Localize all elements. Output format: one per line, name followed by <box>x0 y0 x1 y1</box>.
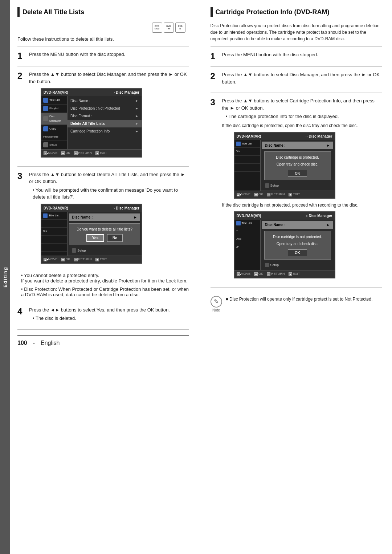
step-3-bullet: You will be prompted with the confirmati… <box>29 187 189 201</box>
left-step-1: 1 Press the MENU button with the disc st… <box>17 51 189 60</box>
step-1-text: Press the MENU button with the disc stop… <box>29 51 189 58</box>
menu-cartridge-protection: Cartridge Protection Info ► <box>68 127 142 135</box>
dvd-ui-2-header-left: DVD-RAM(VR) <box>44 205 68 211</box>
dialog-setup-icon <box>72 248 76 253</box>
note-text: ■ Disc Protection will operate only if c… <box>226 296 373 302</box>
right-section-title: Cartridge Protection Info (DVD-RAM) <box>216 8 330 16</box>
step-4-text: Press the ◄► buttons to select Yes, and … <box>29 306 189 314</box>
not-protected-note: If the disc cartridge is not protected, … <box>222 202 382 208</box>
right-column: Cartridge Protection Info (DVD-RAM) Disc… <box>209 7 382 547</box>
sidebar-label: Editing <box>3 266 8 288</box>
dvd4-title-list: Title List <box>234 220 260 227</box>
delete-confirmation-box: Do you want to delete all title lists? Y… <box>69 223 140 245</box>
page-language-label: - <box>33 340 35 346</box>
disc-manager-icon <box>43 116 48 121</box>
note-label: Note <box>212 308 220 312</box>
separator-1 <box>17 46 189 46</box>
dvd-rw-icon: DVDRW <box>164 23 174 33</box>
dialog-setup-row: Setup <box>69 247 140 254</box>
dvd3-ok-button[interactable]: OK <box>288 170 307 177</box>
two-columns: Delete All Title Lists DVDRAM DVDRW DVDR… <box>17 7 382 547</box>
dvd-ui-2-content: Title List Dis <box>41 212 142 256</box>
step-number-4: 4 <box>17 307 25 316</box>
page-language: English <box>41 340 60 346</box>
right-step-number-1: 1 <box>211 52 219 61</box>
separator-5 <box>17 329 189 330</box>
step-4-content: Press the ◄► buttons to select Yes, and … <box>29 306 189 323</box>
page-number: 100 <box>17 340 27 346</box>
dvd-ui-screenshot-4: DVD-RAM(VR) ○ Disc Manager Title List <box>234 211 335 278</box>
dvd-ui-1-header-left: DVD-RAM(VR) <box>44 90 68 95</box>
right-step-1-content: Press the MENU button with the disc stop… <box>222 51 382 60</box>
dvd-ui-1-sidebar: Title List Playlist Disc Manager <box>41 96 68 149</box>
dvd-ui-2-sidebar: Title List Dis <box>41 212 68 256</box>
dvd-ui-4-content: Title List P Disc JP <box>234 220 335 270</box>
note-icon-area: ✎ Note <box>211 296 222 312</box>
dialog-buttons: Yes No <box>73 234 136 242</box>
dvd-ui-1-main: Disc Name : ► Disc Protection : Not Prot… <box>68 96 142 149</box>
dvd3-protected-line2: Open tray and check disc. <box>268 162 328 167</box>
left-step-2: 2 Press the ▲▼ buttons to select Disc Ma… <box>17 71 189 160</box>
menu-delete-all: Delete All Title Lists ► <box>68 120 142 127</box>
right-step-3-content: Press the ▲▼ buttons to select Cartridge… <box>222 97 382 281</box>
right-step-1: 1 Press the MENU button with the disc st… <box>211 51 382 61</box>
sidebar-item-setup: Setup <box>41 141 67 149</box>
menu-disc-name: Disc Name : ► <box>68 97 142 105</box>
right-separator-4 <box>211 287 382 288</box>
sidebar-editing-tab: Editing <box>0 0 10 554</box>
dvd-ui-2-footer: ▲▼MOVE ■OK ↩RETURN ■EXIT <box>41 256 142 263</box>
dialog-text: Do you want to delete all title lists? <box>73 227 136 232</box>
right-step-3: 3 Press the ▲▼ buttons to select Cartrid… <box>211 97 382 281</box>
dvd-ui-1-body: Title List Playlist Disc Manager <box>41 96 142 149</box>
right-intro: Disc Protection allows you to protect di… <box>211 23 382 42</box>
dvd4-setup-row: Setup <box>262 262 333 269</box>
dvd-ui-3-footer: ▲▼MOVE ■OK ↩RETURN ■EXIT <box>234 191 335 198</box>
dvd-ui-4-dialog-main: Disc Name : ► Disc cartridge is not prot… <box>261 220 335 270</box>
dvd-ui-1-header-right: ○ Disc Manager <box>113 90 139 95</box>
dvd-ui-screenshot-3: DVD-RAM(VR) ○ Disc Manager Title List <box>234 132 335 199</box>
dvd4-ok-button[interactable]: OK <box>288 249 307 256</box>
setup-icon <box>43 142 48 147</box>
yes-button[interactable]: Yes <box>86 234 104 242</box>
dvd-ui-4-header: DVD-RAM(VR) ○ Disc Manager <box>234 212 335 220</box>
right-step-number-2: 2 <box>211 72 219 81</box>
dvd3-setup-icon <box>265 183 269 188</box>
dvd-ui-2-dialog-main: Disc Name : ► Do you want to delete all … <box>68 212 142 256</box>
dvd-ui-1-header: DVD-RAM(VR) ○ Disc Manager <box>41 89 142 96</box>
right-header-bar <box>211 7 213 17</box>
note-text-1: ■ Disc Protection will operate only if c… <box>226 296 373 302</box>
right-step-number-3: 3 <box>211 98 219 107</box>
separator-4 <box>17 302 189 302</box>
dvd-ui-1-footer: ▲▼MOVE ■OK ↩RETURN ■EXIT <box>41 149 142 157</box>
sidebar-item-disc-manager: Disc Manager <box>41 113 67 125</box>
step-4-bullet: The disc is deleted. <box>29 315 189 322</box>
dvd4-setup-icon <box>265 263 269 267</box>
step-2-text: Press the ▲▼ buttons to select Disc Mana… <box>29 71 189 85</box>
dvd3-disc-name-row: Disc Name : ► <box>262 142 333 149</box>
dvd-ram-icon: DVDRAM <box>152 23 162 33</box>
right-step-3-bullet1: The cartridge protection info for the di… <box>222 113 382 120</box>
dvd4-protected-line2: Open tray and check disc. <box>268 241 328 247</box>
dvd3-title-list: Title List <box>234 140 260 148</box>
dvd4-protected-line1: Disc cartridge is not protected. <box>268 234 328 240</box>
title-list-icon <box>43 98 48 103</box>
menu-disc-protection: Disc Protection : Not Protected ► <box>68 105 142 112</box>
disc-name-row: Disc Name : ► <box>69 213 140 221</box>
dvd-ui-2-header: DVD-RAM(VR) ○ Disc Manager <box>41 204 142 212</box>
right-step-3-note2: If the disc cartridge is protected, open… <box>222 122 382 129</box>
left-column: Delete All Title Lists DVDRAM DVDRW DVDR… <box>17 7 198 547</box>
dvd-ui-3-dialog-main: Disc Name : ► Disc cartridge is protecte… <box>261 140 335 191</box>
header-bar <box>17 7 20 17</box>
separator-2 <box>17 66 189 66</box>
right-step-2-text: Press the ▲▼ buttons to select Disc Mana… <box>222 71 382 85</box>
no-button[interactable]: No <box>107 234 123 242</box>
step-number-1: 1 <box>17 52 25 60</box>
sidebar-item-title-list: Title List <box>41 96 67 105</box>
step-3-text: Press the ▲▼ buttons to select Delete Al… <box>29 171 189 185</box>
right-separator-2 <box>211 66 382 67</box>
dvd-ui-3-content: Title List Dis <box>234 140 335 191</box>
right-step-2-content: Press the ▲▼ buttons to select Disc Mana… <box>222 71 382 87</box>
note-1: You cannot delete a protected entry.If y… <box>21 273 189 284</box>
note-box: ✎ Note ■ Disc Protection will operate on… <box>211 292 382 312</box>
right-separator-1 <box>211 46 382 47</box>
